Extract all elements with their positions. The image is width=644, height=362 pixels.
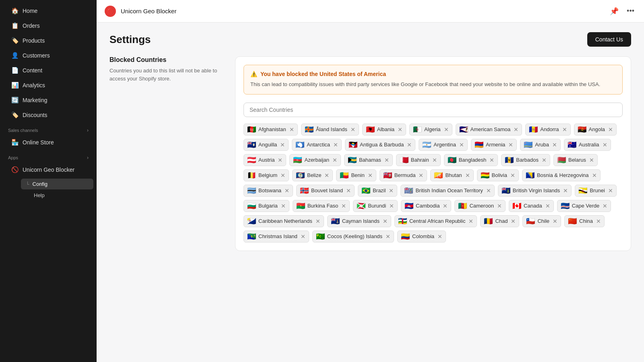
sales-channels-chevron[interactable]: ›: [87, 128, 89, 133]
list-item: 🇻🇬British Virgin Islands✕: [498, 185, 572, 197]
remove-country-button[interactable]: ✕: [551, 142, 557, 148]
remove-country-button[interactable]: ✕: [458, 142, 464, 148]
sidebar-item-home[interactable]: 🏠Home: [3, 4, 93, 18]
contact-us-button[interactable]: Contact Us: [587, 32, 631, 47]
country-name: Andorra: [540, 126, 559, 132]
list-item: 🇦🇮Anguilla✕: [244, 139, 289, 151]
sidebar-item-products[interactable]: 🏷️Products: [3, 33, 93, 48]
list-item: 🇧🇴Bolivia✕: [477, 169, 519, 181]
list-item: 🇧🇶Caribbean Netherlands✕: [244, 215, 324, 227]
help-label: Help: [34, 192, 45, 198]
country-name: Albania: [377, 126, 394, 132]
more-button[interactable]: •••: [625, 5, 636, 17]
remove-country-button[interactable]: ✕: [562, 188, 568, 193]
remove-country-button[interactable]: ✕: [300, 234, 305, 239]
list-item: 🇦🇫Afghanistan✕: [244, 123, 298, 136]
country-name: Cayman Islands: [342, 218, 380, 224]
remove-country-button[interactable]: ✕: [332, 157, 337, 163]
warning-banner: ⚠️ You have blocked the United States of…: [244, 65, 623, 95]
sidebar-sub-item-config[interactable]: └Config: [21, 179, 93, 189]
remove-country-button[interactable]: ✕: [464, 173, 470, 178]
sidebar-item-orders[interactable]: 📋Orders: [3, 19, 93, 33]
remove-country-button[interactable]: ✕: [280, 173, 285, 178]
page-content: Settings Contact Us Blocked Countries Co…: [97, 23, 644, 362]
list-item: 🇧🇼Botswana✕: [244, 185, 293, 197]
sidebar-item-discounts[interactable]: 🏷️Discounts: [3, 108, 93, 122]
apps-chevron[interactable]: ›: [87, 155, 89, 160]
remove-country-button[interactable]: ✕: [489, 157, 494, 163]
remove-country-button[interactable]: ✕: [384, 157, 389, 163]
remove-country-button[interactable]: ✕: [485, 188, 491, 193]
remove-country-button[interactable]: ✕: [552, 218, 557, 224]
remove-country-button[interactable]: ✕: [602, 203, 607, 209]
list-item: 🇧🇲Bermuda✕: [380, 169, 427, 181]
remove-country-button[interactable]: ✕: [437, 234, 442, 239]
remove-country-button[interactable]: ✕: [468, 218, 473, 224]
list-item: 🇰🇾Cayman Islands✕: [327, 215, 391, 227]
sidebar-sub-item-help[interactable]: Help: [21, 190, 93, 201]
country-flag: 🇧🇾: [557, 156, 566, 164]
remove-country-button[interactable]: ✕: [350, 127, 355, 132]
country-name: Botswana: [258, 187, 281, 193]
customers-label: Customers: [23, 52, 50, 59]
sidebar-item-customers[interactable]: 👤Customers: [3, 48, 93, 63]
remove-country-button[interactable]: ✕: [406, 142, 412, 148]
sidebar-item-online-store[interactable]: 🏪Online Store: [3, 135, 93, 150]
remove-country-button[interactable]: ✕: [607, 188, 613, 193]
remove-country-button[interactable]: ✕: [277, 157, 283, 163]
remove-country-button[interactable]: ✕: [388, 188, 394, 193]
country-name: Aruba: [535, 142, 549, 148]
country-name: Australia: [579, 142, 599, 148]
list-item: 🇧🇩Bangladesh✕: [444, 154, 498, 166]
remove-country-button[interactable]: ✕: [510, 173, 515, 178]
remove-country-button[interactable]: ✕: [443, 127, 449, 132]
remove-country-button[interactable]: ✕: [279, 142, 285, 148]
settings-layout: Blocked Countries Countries you add to t…: [109, 56, 631, 251]
remove-country-button[interactable]: ✕: [385, 234, 390, 239]
list-item: 🇦🇩Andorra✕: [525, 123, 570, 136]
remove-country-button[interactable]: ✕: [345, 188, 351, 193]
sidebar-item-content[interactable]: 📄Content: [3, 63, 93, 78]
sidebar-item-unicorn-geo-blocker[interactable]: 🚫Unicorn Geo Blocker: [3, 162, 93, 177]
country-flag: 🇧🇩: [448, 156, 456, 164]
remove-country-button[interactable]: ✕: [508, 142, 513, 148]
remove-country-button[interactable]: ✕: [607, 127, 613, 132]
remove-country-button[interactable]: ✕: [431, 157, 437, 163]
search-input[interactable]: [244, 103, 623, 117]
remove-country-button[interactable]: ✕: [289, 127, 294, 132]
remove-country-button[interactable]: ✕: [561, 127, 567, 132]
remove-country-button[interactable]: ✕: [315, 218, 320, 224]
country-name: Argentina: [433, 142, 456, 148]
list-item: 🇨🇳China✕: [564, 215, 605, 227]
country-name: Austria: [258, 157, 275, 163]
remove-country-button[interactable]: ✕: [280, 203, 286, 209]
remove-country-button[interactable]: ✕: [324, 173, 329, 178]
sidebar-item-analytics[interactable]: 📊Analytics: [3, 78, 93, 93]
remove-country-button[interactable]: ✕: [496, 203, 502, 209]
remove-country-button[interactable]: ✕: [591, 173, 597, 178]
remove-country-button[interactable]: ✕: [418, 173, 423, 178]
remove-country-button[interactable]: ✕: [595, 218, 601, 224]
remove-country-button[interactable]: ✕: [545, 203, 550, 209]
remove-country-button[interactable]: ✕: [513, 127, 518, 132]
remove-country-button[interactable]: ✕: [284, 188, 289, 193]
remove-country-button[interactable]: ✕: [332, 142, 338, 148]
country-name: Bhutan: [445, 172, 462, 178]
content-icon: 📄: [11, 67, 19, 74]
country-flag: 🇧🇫: [296, 202, 305, 210]
remove-country-button[interactable]: ✕: [341, 203, 346, 209]
remove-country-button[interactable]: ✕: [382, 218, 388, 224]
country-flag: 🇧🇲: [383, 172, 392, 179]
remove-country-button[interactable]: ✕: [541, 157, 547, 163]
remove-country-button[interactable]: ✕: [442, 203, 448, 209]
remove-country-button[interactable]: ✕: [602, 142, 607, 148]
pin-button[interactable]: 📌: [608, 5, 620, 17]
sidebar-item-marketing[interactable]: 🔄Marketing: [3, 93, 93, 107]
remove-country-button[interactable]: ✕: [367, 173, 373, 178]
home-label: Home: [23, 8, 37, 14]
remove-country-button[interactable]: ✕: [397, 127, 402, 132]
remove-country-button[interactable]: ✕: [588, 157, 594, 163]
list-item: 🇹🇩Chad✕: [480, 215, 519, 227]
remove-country-button[interactable]: ✕: [510, 218, 516, 224]
remove-country-button[interactable]: ✕: [388, 203, 394, 209]
